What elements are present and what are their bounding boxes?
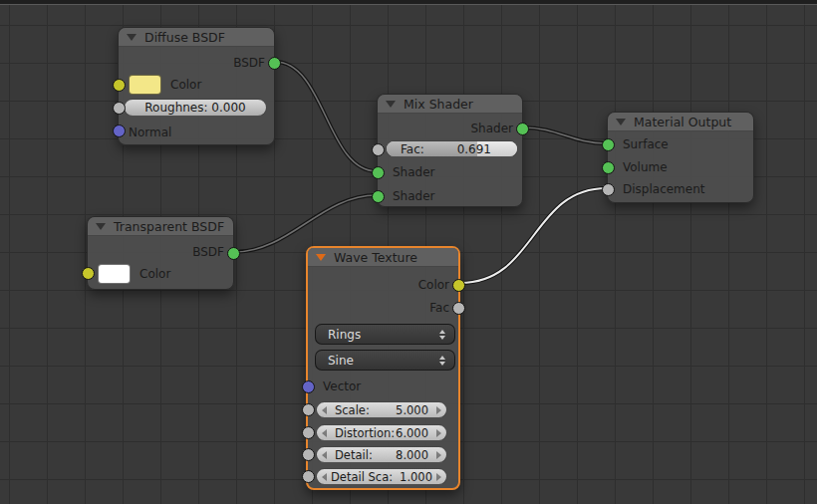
- output-row-shader: Shader: [378, 118, 522, 139]
- output-row-color: Color: [308, 274, 458, 296]
- wire-diffuse-bsdf-to-mix-shader: [275, 62, 377, 171]
- socket-fac-input[interactable]: [372, 143, 385, 156]
- collapse-triangle-icon[interactable]: [386, 101, 396, 108]
- fac-slider[interactable]: Fac: 0.691: [386, 140, 518, 157]
- increment-arrow-icon[interactable]: [436, 473, 441, 481]
- node-wave-texture: Wave Texture Color Fac Rings Sine Vector…: [306, 246, 460, 490]
- output-row-bsdf: BSDF: [88, 241, 233, 263]
- node-title: Diffuse BSDF: [144, 30, 225, 45]
- node-title: Transparent BSDF: [114, 219, 224, 234]
- socket-detail-scale-input[interactable]: [302, 470, 315, 483]
- input-label: Vector: [323, 379, 361, 393]
- socket-detail-input[interactable]: [302, 448, 315, 461]
- socket-shader-output[interactable]: [516, 123, 529, 135]
- node-title: Mix Shader: [404, 97, 473, 112]
- roughness-slider-text: Roughnes: 0.000: [144, 101, 245, 115]
- output-label: BSDF: [192, 245, 224, 259]
- input-row-color: Color: [88, 262, 233, 286]
- socket-normal-input[interactable]: [113, 125, 126, 137]
- field-value: 5.000: [396, 403, 428, 417]
- input-row-vector: Vector: [308, 376, 458, 397]
- input-row-shader1: Shader: [378, 161, 522, 183]
- wave-profile-dropdown[interactable]: Sine: [315, 350, 455, 371]
- socket-color-input[interactable]: [82, 267, 95, 280]
- node-mix-shader-header[interactable]: Mix Shader: [378, 95, 522, 114]
- input-label: Volume: [623, 160, 668, 174]
- dropdown-arrows-icon: [439, 356, 445, 366]
- field-value: 8.000: [396, 448, 428, 462]
- field-label: Detail Sca:: [331, 470, 393, 484]
- node-diffuse-bsdf-header[interactable]: Diffuse BSDF: [119, 28, 274, 47]
- field-value: 6.000: [396, 426, 428, 440]
- detail-field[interactable]: Detail: 8.000: [316, 446, 447, 463]
- input-label: Color: [139, 267, 170, 281]
- wave-type-dropdown-value: Rings: [328, 328, 361, 342]
- node-wave-texture-header[interactable]: Wave Texture: [308, 248, 458, 267]
- field-label: Scale:: [335, 403, 370, 417]
- node-transparent-bsdf-header[interactable]: Transparent BSDF: [88, 217, 233, 236]
- output-label: BSDF: [233, 56, 265, 70]
- socket-color-input[interactable]: [113, 79, 126, 92]
- editor-top-edge-highlight: [0, 4, 817, 5]
- input-row-shader2: Shader: [378, 185, 522, 207]
- dropdown-arrows-icon: [439, 330, 445, 340]
- input-row-displacement: Displacement: [608, 178, 753, 200]
- wave-type-dropdown[interactable]: Rings: [315, 324, 455, 345]
- increment-arrow-icon[interactable]: [436, 451, 441, 459]
- socket-shader2-input[interactable]: [372, 190, 385, 203]
- socket-shader1-input[interactable]: [372, 166, 385, 179]
- input-label: Displacement: [623, 182, 705, 196]
- input-row-normal: Normal: [119, 122, 274, 143]
- output-label: Color: [418, 278, 449, 292]
- field-value: 1.000: [400, 470, 432, 484]
- socket-bsdf-output[interactable]: [268, 57, 281, 70]
- color-swatch[interactable]: [98, 264, 131, 284]
- roughness-slider[interactable]: Roughnes: 0.000: [124, 99, 267, 117]
- input-row-surface: Surface: [608, 133, 753, 155]
- input-label: Normal: [129, 126, 171, 139]
- output-row-fac: Fac: [308, 297, 458, 319]
- distortion-field[interactable]: Distortion: 6.000: [316, 424, 447, 441]
- socket-fac-output[interactable]: [452, 302, 465, 315]
- output-label: Fac: [429, 301, 449, 315]
- socket-color-output[interactable]: [452, 279, 465, 292]
- scale-field[interactable]: Scale: 5.000: [316, 401, 447, 418]
- node-editor-canvas[interactable]: Diffuse BSDF BSDF Color Roughnes: 0.000 …: [0, 0, 817, 504]
- node-material-output: Material Output Surface Volume Displacem…: [607, 112, 754, 203]
- output-label: Shader: [470, 122, 513, 135]
- fac-slider-value: 0.691: [457, 142, 491, 156]
- input-row-volume: Volume: [608, 156, 753, 178]
- collapse-triangle-icon[interactable]: [316, 254, 326, 261]
- socket-surface-input[interactable]: [602, 138, 615, 151]
- collapse-triangle-icon[interactable]: [616, 119, 626, 126]
- socket-vector-input[interactable]: [302, 380, 315, 393]
- output-row-bsdf: BSDF: [119, 52, 274, 74]
- node-mix-shader: Mix Shader Shader Fac: 0.691 Shader Shad…: [377, 94, 523, 207]
- node-transparent-bsdf: Transparent BSDF BSDF Color: [87, 216, 234, 290]
- fac-slider-label: Fac:: [401, 142, 424, 156]
- socket-roughness-input[interactable]: [113, 102, 126, 115]
- input-label: Surface: [623, 137, 669, 151]
- input-label: Shader: [393, 165, 435, 179]
- socket-bsdf-output[interactable]: [227, 247, 240, 260]
- field-label: Detail:: [335, 448, 373, 462]
- increment-arrow-icon[interactable]: [436, 406, 441, 414]
- node-diffuse-bsdf: Diffuse BSDF BSDF Color Roughnes: 0.000 …: [118, 27, 275, 145]
- color-swatch[interactable]: [129, 75, 161, 95]
- socket-displacement-input[interactable]: [602, 183, 615, 196]
- increment-arrow-icon[interactable]: [436, 429, 441, 437]
- collapse-triangle-icon[interactable]: [96, 223, 106, 230]
- socket-distortion-input[interactable]: [302, 426, 315, 439]
- detail-scale-field[interactable]: Detail Sca: 1.000: [316, 468, 447, 485]
- input-row-color: Color: [119, 74, 274, 96]
- wave-profile-dropdown-value: Sine: [328, 354, 354, 368]
- collapse-triangle-icon[interactable]: [127, 34, 136, 41]
- socket-scale-input[interactable]: [302, 403, 315, 416]
- input-label: Color: [170, 78, 201, 92]
- socket-volume-input[interactable]: [602, 161, 615, 174]
- input-label: Shader: [393, 189, 435, 203]
- field-label: Distortion:: [335, 426, 395, 440]
- node-title: Material Output: [634, 115, 731, 129]
- node-material-output-header[interactable]: Material Output: [608, 113, 753, 131]
- node-title: Wave Texture: [334, 250, 417, 265]
